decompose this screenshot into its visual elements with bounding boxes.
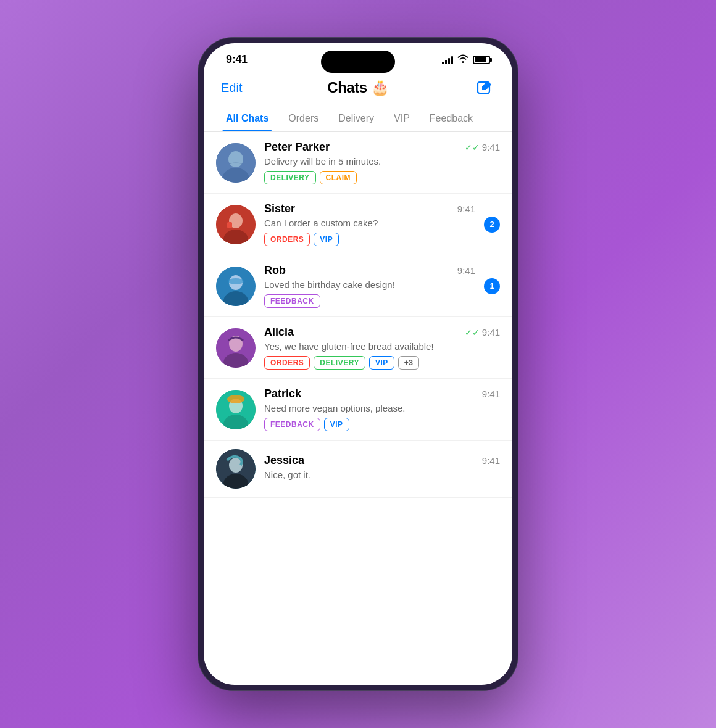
phone-screen: 9:41: [204, 43, 512, 685]
tag-claim: CLAIM: [320, 171, 357, 184]
chat-name-patrick: Patrick: [264, 387, 301, 400]
tab-delivery[interactable]: Delivery: [328, 107, 384, 131]
svg-point-2: [228, 151, 243, 167]
avatar-patrick: [216, 390, 256, 429]
tag-delivery: DELIVERY: [264, 171, 316, 184]
chat-item-sister[interactable]: Sister 9:41 Can I order a custom cake? O…: [204, 194, 512, 255]
avatar-peter-parker: [216, 143, 256, 183]
chat-time-rob: 9:41: [457, 265, 475, 276]
unread-badge-sister: 2: [484, 217, 500, 233]
signal-bar-1: [442, 62, 444, 64]
tab-orders[interactable]: Orders: [278, 107, 328, 131]
tag-orders-sister: ORDERS: [264, 233, 310, 246]
chat-message-rob: Loved the birthday cake design!: [264, 279, 475, 290]
chat-item-jessica[interactable]: Jessica 9:41 Nice, got it.: [204, 441, 512, 498]
compose-icon: [476, 79, 493, 96]
tag-feedback-rob: FEEDBACK: [264, 294, 320, 308]
chat-message-sister: Can I order a custom cake?: [264, 218, 475, 228]
chat-content-rob: Rob 9:41 Loved the birthday cake design!…: [264, 264, 475, 308]
edit-button[interactable]: Edit: [221, 81, 242, 95]
chat-name-rob: Rob: [264, 264, 286, 277]
status-bar: 9:41: [204, 43, 512, 71]
chat-item-patrick[interactable]: Patrick 9:41 Need more vegan options, pl…: [204, 379, 512, 441]
tag-feedback-patrick: FEEDBACK: [264, 418, 320, 431]
chat-name-sister: Sister: [264, 202, 295, 215]
svg-rect-7: [227, 222, 232, 228]
tags-peter-parker: DELIVERY CLAIM: [264, 171, 500, 184]
tag-vip-patrick: VIP: [324, 418, 349, 431]
svg-point-18: [227, 395, 244, 403]
chat-message-peter-parker: Delivery will be in 5 minutes.: [264, 156, 500, 167]
signal-icon: [442, 56, 453, 64]
chat-content-patrick: Patrick 9:41 Need more vegan options, pl…: [264, 387, 500, 431]
chat-time-patrick: 9:41: [482, 389, 500, 399]
app-header: Edit Chats 🎂: [204, 71, 512, 107]
read-receipt-alicia: ✓✓: [465, 328, 480, 337]
page-title: Chats 🎂: [327, 79, 389, 96]
chat-item-peter-parker[interactable]: Peter Parker ✓✓ 9:41 Delivery will be in…: [204, 132, 512, 194]
unread-badge-rob: 1: [484, 278, 500, 294]
chat-time-sister: 9:41: [457, 204, 475, 214]
wifi-icon: [457, 54, 468, 65]
signal-bar-4: [451, 56, 453, 64]
chat-item-alicia[interactable]: Alicia ✓✓ 9:41 Yes, we have gluten-free …: [204, 317, 512, 379]
chat-item-rob[interactable]: Rob 9:41 Loved the birthday cake design!…: [204, 255, 512, 317]
tab-feedback[interactable]: Feedback: [420, 107, 483, 131]
signal-bar-3: [448, 58, 450, 64]
battery-fill: [475, 57, 486, 62]
chat-content-sister: Sister 9:41 Can I order a custom cake? O…: [264, 202, 475, 246]
chat-list: Peter Parker ✓✓ 9:41 Delivery will be in…: [204, 132, 512, 685]
avatar-alicia: [216, 328, 256, 368]
tags-rob: FEEDBACK: [264, 294, 475, 308]
chat-time-alicia: 9:41: [482, 327, 500, 337]
tag-plus-alicia: +3: [398, 356, 420, 370]
battery-icon: [473, 56, 490, 64]
chat-name-alicia: Alicia: [264, 326, 294, 339]
avatar-rob: [216, 267, 256, 306]
chat-message-patrick: Need more vegan options, please.: [264, 403, 500, 413]
tags-alicia: ORDERS DELIVERY VIP +3: [264, 356, 500, 370]
tags-patrick: FEEDBACK VIP: [264, 418, 500, 431]
signal-bar-2: [445, 60, 447, 64]
dynamic-island: [321, 51, 395, 73]
tag-orders-alicia: ORDERS: [264, 356, 310, 370]
tabs-bar: All Chats Orders Delivery VIP Feedback: [204, 107, 512, 132]
tag-delivery-alicia: DELIVERY: [314, 356, 365, 370]
phone-frame: 9:41: [198, 37, 518, 691]
avatar-sister: [216, 205, 256, 244]
chat-message-alicia: Yes, we have gluten-free bread available…: [264, 341, 500, 352]
chat-content-alicia: Alicia ✓✓ 9:41 Yes, we have gluten-free …: [264, 326, 500, 370]
avatar-jessica: [216, 449, 256, 489]
tag-vip-alicia: VIP: [369, 356, 394, 370]
tab-vip[interactable]: VIP: [384, 107, 420, 131]
chat-time-peter-parker: 9:41: [482, 142, 500, 152]
tab-all-chats[interactable]: All Chats: [216, 107, 278, 131]
chat-message-jessica: Nice, got it.: [264, 469, 500, 480]
tags-sister: ORDERS VIP: [264, 233, 475, 246]
chat-content-peter-parker: Peter Parker ✓✓ 9:41 Delivery will be in…: [264, 141, 500, 184]
status-icons: [442, 54, 490, 65]
tag-vip-sister: VIP: [314, 233, 339, 246]
status-time: 9:41: [226, 53, 248, 66]
read-receipt-peter-parker: ✓✓: [465, 143, 480, 152]
svg-point-11: [228, 278, 244, 284]
chat-content-jessica: Jessica 9:41 Nice, got it.: [264, 454, 500, 484]
chat-name-peter-parker: Peter Parker: [264, 141, 330, 154]
chat-time-jessica: 9:41: [482, 455, 500, 466]
compose-button[interactable]: [474, 77, 495, 98]
chat-name-jessica: Jessica: [264, 454, 304, 467]
